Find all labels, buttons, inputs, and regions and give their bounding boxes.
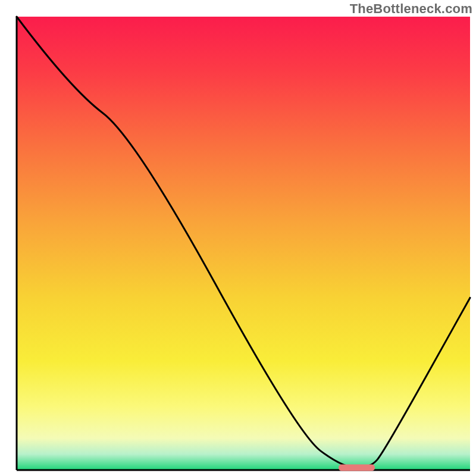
optimal-zone-marker [339, 464, 375, 471]
bottleneck-chart: TheBottleneck.com [0, 0, 476, 476]
watermark-text: TheBottleneck.com [350, 1, 472, 17]
plot-background [17, 17, 470, 470]
chart-svg [0, 0, 476, 476]
